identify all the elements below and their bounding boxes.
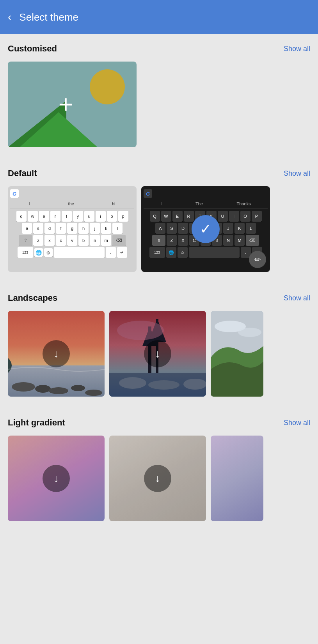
page-title: Select theme	[19, 11, 78, 23]
suggestion-3-dark: Thanks	[237, 201, 251, 206]
suggestions-dark: I The Thanks	[144, 201, 268, 208]
kbd-row-2-light: asdfghjkl	[10, 223, 134, 234]
default-title: Default	[8, 168, 37, 178]
suggestion-2-light: the	[68, 201, 74, 206]
landscapes-title: Landscapes	[8, 293, 57, 303]
custom-card-circle	[90, 69, 125, 104]
svg-point-6	[85, 390, 102, 396]
landscape-2-svg	[109, 311, 206, 397]
light-gradient-title: Light gradient	[8, 418, 65, 428]
back-button[interactable]: ‹	[8, 11, 11, 23]
suggestions-light: I the hi	[10, 201, 134, 208]
landscapes-theme-row: ↓	[8, 311, 310, 397]
light-gradient-section-header: Light gradient Show all	[8, 418, 310, 428]
svg-point-16	[117, 321, 164, 340]
edit-theme-button[interactable]: ✏	[249, 251, 266, 268]
landscapes-show-all[interactable]: Show all	[284, 294, 310, 302]
kbd-row-1-dark: QWERTYUIOP	[144, 211, 268, 222]
gradient-1-bg	[8, 436, 105, 521]
suggestion-2-dark: The	[195, 201, 203, 206]
customised-show-all[interactable]: Show all	[284, 45, 310, 53]
light-gradient-section: Light gradient Show all ↓ ↓	[0, 408, 318, 525]
landscape-card-3[interactable]	[211, 311, 263, 397]
suggestion-1-light: I	[29, 201, 30, 206]
gradient-card-1[interactable]: ↓	[8, 436, 105, 521]
landscape-2-bg	[109, 311, 206, 397]
default-section-header: Default Show all	[8, 168, 310, 178]
svg-point-19	[238, 328, 261, 337]
suggestion-1-dark: I	[160, 201, 162, 206]
default-theme-row: G I the hi qwertyuiop asdfghjkl ⇧ zxcvbn…	[8, 186, 310, 272]
landscape-3-bg	[211, 311, 263, 397]
landscape-3-svg	[211, 311, 263, 397]
landscape-1-bg	[8, 311, 105, 397]
landscape-card-2[interactable]: ↓	[109, 311, 206, 397]
landscapes-section-header: Landscapes Show all	[8, 293, 310, 303]
svg-point-2	[12, 382, 35, 392]
kbd-bottom-light: 123 🌐 ☺ . ↵	[10, 247, 134, 258]
landscapes-section: Landscapes Show all	[0, 284, 318, 401]
dark-keyboard-card[interactable]: G I The Thanks QWERTYUIOP ASDFGHJKL ⇧ ZX…	[141, 186, 270, 272]
gradient-card-3[interactable]	[211, 436, 263, 521]
customised-title: Customised	[8, 44, 57, 54]
pencil-icon: ✏	[254, 255, 261, 264]
add-icon: +	[59, 92, 73, 117]
google-icon-dark: G	[144, 189, 152, 198]
customised-section-header: Customised Show all	[8, 44, 310, 54]
customised-section: Customised Show all +	[0, 34, 318, 151]
app-header: ‹ Select theme	[0, 0, 318, 34]
landscape-card-1[interactable]: ↓	[8, 311, 105, 397]
default-section: Default Show all G I the hi qwertyuiop	[0, 159, 318, 276]
svg-point-4	[49, 387, 68, 394]
gradient-2-bg	[109, 436, 206, 521]
default-show-all[interactable]: Show all	[284, 169, 310, 178]
gradient-3-bg	[211, 436, 263, 521]
kbd-row-3-dark: ⇧ ZXCVBNM ⌫	[144, 235, 268, 246]
light-gradient-show-all[interactable]: Show all	[284, 419, 310, 427]
gradient-card-2[interactable]: ↓	[109, 436, 206, 521]
add-custom-theme-card[interactable]: +	[8, 62, 137, 147]
google-icon-light: G	[10, 189, 19, 198]
light-gradient-theme-row: ↓ ↓	[8, 436, 310, 521]
custom-card-background: +	[8, 62, 137, 147]
kbd-row-3-light: ⇧ zxcvbnm ⌫	[10, 235, 134, 246]
svg-point-3	[35, 385, 51, 393]
kbd-row-1-light: qwertyuiop	[10, 211, 134, 222]
customised-theme-row: +	[8, 62, 310, 147]
light-keyboard-card[interactable]: G I the hi qwertyuiop asdfghjkl ⇧ zxcvbn…	[8, 186, 137, 272]
landscape-1-svg	[8, 311, 105, 397]
suggestion-3-light: hi	[112, 201, 115, 206]
svg-rect-15	[109, 373, 206, 397]
light-keyboard-preview: G I the hi qwertyuiop asdfghjkl ⇧ zxcvbn…	[8, 186, 137, 272]
svg-point-5	[71, 385, 85, 391]
kbd-row-2-dark: ASDFGHJKL	[144, 223, 268, 234]
